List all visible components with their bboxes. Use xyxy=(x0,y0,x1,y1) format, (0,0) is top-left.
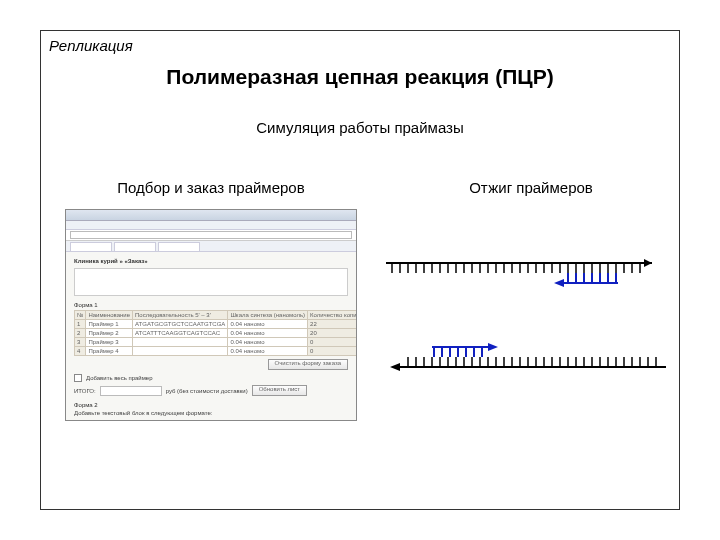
table-header-row: № Наименование Последовательность 5' – 3… xyxy=(75,311,358,320)
cell-n: 4 xyxy=(75,347,86,356)
total-field xyxy=(100,386,162,396)
cell-copies: 0 xyxy=(308,347,357,356)
form1-label: Форма 1 xyxy=(74,302,348,308)
th-seq: Последовательность 5' – 3' xyxy=(133,311,228,320)
annealing-diagram-bottom xyxy=(386,331,666,385)
cell-copies: 20 xyxy=(308,329,357,338)
primer-order-screenshot: Клиника курий » «Заказ» Форма 1 № Наимен… xyxy=(65,209,357,421)
table-row: 2 Праймер 2 ATCATTTCAAGGTCAGTCCAC 0.04 н… xyxy=(75,329,358,338)
cell-name: Праймер 3 xyxy=(86,338,133,347)
window-titlebar xyxy=(66,210,356,221)
svg-marker-1 xyxy=(644,259,652,267)
slide-title: Полимеразная цепная реакция (ПЦР) xyxy=(41,65,679,89)
th-copies: Количество копий xyxy=(308,311,357,320)
total-row: ИТОГО: руб (без стоимости доставки) Обно… xyxy=(74,385,348,396)
annealing-diagram-top xyxy=(386,249,666,303)
cell-seq: ATGATGCGTGCTCCAATGTCGA xyxy=(133,320,228,329)
cell-seq xyxy=(133,338,228,347)
form2-hint: Добавьте текстовый блок в следующем форм… xyxy=(74,410,348,416)
cell-scale: 0.04 наномо xyxy=(228,338,308,347)
cell-seq: ATCATTTCAAGGTCAGTCCAC xyxy=(133,329,228,338)
button-row-1: Очистить форму заказа xyxy=(74,359,348,370)
table-row: 3 Праймер 3 0.04 наномо 0 0 xyxy=(75,338,358,347)
cell-scale: 0.04 наномо xyxy=(228,320,308,329)
cell-copies: 22 xyxy=(308,320,357,329)
clear-form-button: Очистить форму заказа xyxy=(268,359,348,370)
table-row: 1 Праймер 1 ATGATGCGTGCTCCAATGTCGA 0.04 … xyxy=(75,320,358,329)
checkbox-label: Добавить весь праймер xyxy=(86,375,153,381)
slide-subtitle: Симуляция работы праймазы xyxy=(41,119,679,136)
svg-marker-42 xyxy=(554,279,564,287)
checkbox-icon xyxy=(74,374,82,382)
total-label: ИТОГО: xyxy=(74,388,96,394)
large-input-area xyxy=(74,268,348,296)
cell-copies: 0 xyxy=(308,338,357,347)
svg-marker-85 xyxy=(488,343,498,351)
slide-frame: Репликация Полимеразная цепная реакция (… xyxy=(40,30,680,510)
tab xyxy=(114,242,156,251)
total-suffix: руб (без стоимости доставки) xyxy=(166,388,248,394)
page-body: Клиника курий » «Заказ» Форма 1 № Наимен… xyxy=(66,252,356,421)
cell-name: Праймер 1 xyxy=(86,320,133,329)
cell-n: 3 xyxy=(75,338,86,347)
primer-table: № Наименование Последовательность 5' – 3… xyxy=(74,310,357,356)
th-name: Наименование xyxy=(86,311,133,320)
slide-topic: Репликация xyxy=(49,37,133,54)
cell-scale: 0.04 наномо xyxy=(228,347,308,356)
window-addressbar xyxy=(66,230,356,241)
th-n: № xyxy=(75,311,86,320)
refresh-button: Обновить лист xyxy=(252,385,307,396)
cell-name: Праймер 4 xyxy=(86,347,133,356)
cell-scale: 0.04 наномо xyxy=(228,329,308,338)
th-scale: Шкала синтеза (наномоль) xyxy=(228,311,308,320)
svg-marker-44 xyxy=(390,363,400,371)
checkbox-row-1: Добавить весь праймер xyxy=(74,374,348,382)
browser-tabs xyxy=(66,241,356,252)
tab xyxy=(158,242,200,251)
left-column-heading: Подбор и заказ праймеров xyxy=(71,179,351,196)
cell-n: 2 xyxy=(75,329,86,338)
table-row: 4 Праймер 4 0.04 наномо 0 0 xyxy=(75,347,358,356)
page-header: Клиника курий » «Заказ» xyxy=(74,258,348,264)
cell-name: Праймер 2 xyxy=(86,329,133,338)
url-field xyxy=(70,231,352,239)
cell-seq xyxy=(133,347,228,356)
tab xyxy=(70,242,112,251)
right-column-heading: Отжиг праймеров xyxy=(391,179,671,196)
form2-label: Форма 2 xyxy=(74,402,348,408)
window-menubar xyxy=(66,221,356,230)
cell-n: 1 xyxy=(75,320,86,329)
